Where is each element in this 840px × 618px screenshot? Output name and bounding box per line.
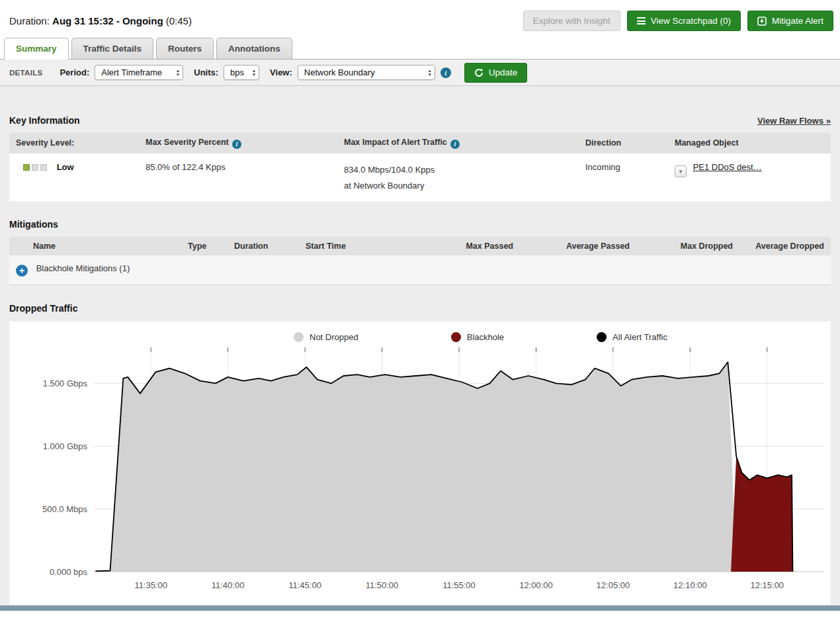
key-information-header: Key Information View Raw Flows » bbox=[9, 86, 831, 126]
svg-text:1.500 Gbps: 1.500 Gbps bbox=[43, 378, 88, 388]
mitigations-table: Name Type Duration Start Time Max Passed… bbox=[9, 237, 831, 285]
max-impact-info-icon[interactable]: i bbox=[450, 140, 460, 149]
period-select-value: Alert Timeframe bbox=[101, 67, 162, 77]
max-impact-scope: at Network Boundary bbox=[344, 178, 572, 194]
legend-label: Blackhole bbox=[467, 332, 504, 342]
details-label: DETAILS bbox=[9, 69, 42, 77]
managed-object-dropdown-icon[interactable]: ▼ bbox=[675, 165, 687, 177]
view-scratchpad-button[interactable]: View Scratchpad (0) bbox=[627, 11, 741, 31]
max-severity-info-icon[interactable]: i bbox=[232, 140, 241, 149]
max-impact-cell: 834.0 Mbps/104.0 Kpps at Network Boundar… bbox=[337, 154, 579, 201]
max-severity-cell: 85.0% of 122.4 Kpps bbox=[139, 154, 337, 201]
legend-item-not-dropped: Not Dropped bbox=[294, 332, 358, 342]
alert-duration: Duration: Aug 31 15:32 - Ongoing (0:45) bbox=[9, 15, 192, 26]
details-toolbar: DETAILS Period: Alert Timeframe ▲▼ Units… bbox=[0, 60, 840, 86]
units-select-value: bps bbox=[230, 67, 244, 77]
tab-bar: Summary Traffic Details Routers Annotati… bbox=[0, 38, 840, 60]
svg-text:11:55:00: 11:55:00 bbox=[442, 580, 476, 590]
col-name: Name bbox=[9, 237, 181, 255]
svg-text:12:00:00: 12:00:00 bbox=[519, 580, 553, 590]
col-duration: Duration bbox=[228, 237, 299, 255]
view-label: View: bbox=[270, 67, 292, 77]
view-raw-flows-link[interactable]: View Raw Flows » bbox=[757, 116, 831, 126]
mitigations-header: Mitigations bbox=[9, 201, 831, 230]
svg-text:12:05:00: 12:05:00 bbox=[597, 580, 630, 590]
svg-text:1.000 Gbps: 1.000 Gbps bbox=[43, 441, 88, 451]
key-information-title: Key Information bbox=[9, 115, 80, 126]
col-start-time: Start Time bbox=[299, 237, 413, 255]
bottom-strip bbox=[0, 605, 840, 611]
select-stepper-icon: ▲▼ bbox=[252, 69, 256, 76]
period-label: Period: bbox=[60, 67, 89, 77]
mitigations-header-row: Name Type Duration Start Time Max Passed… bbox=[9, 237, 831, 255]
view-select-value: Network Boundary bbox=[304, 67, 375, 77]
top-action-buttons: Explore with Insight View Scratchpad (0)… bbox=[523, 11, 833, 31]
col-average-dropped: Average Dropped bbox=[739, 237, 831, 255]
dropped-traffic-chart: Not Dropped Blackhole All Alert Traffic … bbox=[9, 322, 831, 605]
legend-label: Not Dropped bbox=[310, 332, 358, 342]
severity-label: Low bbox=[57, 162, 74, 172]
mitigations-title: Mitigations bbox=[9, 219, 58, 230]
svg-text:11:45:00: 11:45:00 bbox=[288, 580, 321, 590]
col-direction: Direction bbox=[579, 133, 668, 154]
svg-text:0.000 bps: 0.000 bps bbox=[50, 566, 88, 576]
legend-swatch-1 bbox=[451, 332, 461, 342]
view-scratchpad-label: View Scratchpad (0) bbox=[651, 16, 731, 26]
col-max-severity-percent: Max Severity Percenti bbox=[139, 133, 337, 154]
select-stepper-icon: ▲▼ bbox=[176, 69, 180, 76]
direction-cell: Incoming bbox=[579, 154, 668, 201]
severity-indicator-on bbox=[23, 164, 30, 171]
col-severity-level: Severity Level: bbox=[9, 133, 139, 154]
period-select[interactable]: Alert Timeframe ▲▼ bbox=[95, 65, 183, 80]
mitigate-icon bbox=[757, 17, 767, 26]
col-type: Type bbox=[181, 237, 228, 255]
view-select[interactable]: Network Boundary ▲▼ bbox=[298, 65, 435, 80]
dropped-traffic-header: Dropped Traffic bbox=[9, 285, 831, 314]
col-max-impact: Max Impact of Alert Traffici bbox=[337, 133, 579, 154]
tab-annotations[interactable]: Annotations bbox=[216, 38, 292, 59]
key-information-row: Low 85.0% of 122.4 Kpps 834.0 Mbps/104.0… bbox=[9, 154, 831, 201]
units-select[interactable]: bps ▲▼ bbox=[224, 65, 259, 80]
update-button[interactable]: Update bbox=[464, 63, 528, 83]
tab-routers[interactable]: Routers bbox=[156, 38, 214, 59]
tab-summary[interactable]: Summary bbox=[4, 38, 69, 60]
blackhole-mitigations-label: Blackhole Mitigations (1) bbox=[36, 263, 130, 273]
key-information-table: Severity Level: Max Severity Percenti Ma… bbox=[9, 133, 831, 201]
tab-traffic-details[interactable]: Traffic Details bbox=[71, 38, 154, 59]
severity-indicator-off bbox=[40, 164, 47, 171]
managed-object-cell: ▼ PE1 DDoS dest… bbox=[668, 154, 831, 201]
mitigate-alert-button[interactable]: Mitigate Alert bbox=[747, 11, 833, 31]
legend-swatch-0 bbox=[294, 332, 304, 342]
legend-swatch-2 bbox=[597, 332, 607, 342]
legend-item-blackhole: Blackhole bbox=[451, 332, 504, 342]
duration-label: Duration: bbox=[9, 15, 50, 26]
svg-text:11:50:00: 11:50:00 bbox=[366, 580, 399, 590]
units-label: Units: bbox=[194, 67, 218, 77]
severity-indicator-off bbox=[32, 164, 38, 171]
svg-text:12:15:00: 12:15:00 bbox=[750, 580, 784, 590]
dropped-traffic-title: Dropped Traffic bbox=[9, 303, 77, 314]
blackhole-mitigations-group-row[interactable]: + Blackhole Mitigations (1) bbox=[9, 255, 831, 285]
severity-cell: Low bbox=[9, 154, 139, 201]
legend-label: All Alert Traffic bbox=[612, 332, 667, 342]
key-information-header-row: Severity Level: Max Severity Percenti Ma… bbox=[9, 133, 831, 154]
select-stepper-icon: ▲▼ bbox=[427, 69, 431, 76]
expand-plus-icon[interactable]: + bbox=[16, 265, 28, 277]
traffic-chart-svg: 0.000 bps500.0 Mbps1.000 Gbps1.500 Gbps1… bbox=[9, 347, 831, 597]
alert-summary-page: Duration: Aug 31 15:32 - Ongoing (0:45) … bbox=[0, 0, 840, 611]
chart-legend: Not Dropped Blackhole All Alert Traffic bbox=[294, 328, 831, 347]
col-managed-object: Managed Object bbox=[668, 133, 831, 154]
mitigate-alert-label: Mitigate Alert bbox=[772, 16, 823, 26]
managed-object-link[interactable]: PE1 DDoS dest… bbox=[693, 162, 762, 172]
scratchpad-list-icon bbox=[637, 17, 646, 24]
view-info-icon[interactable]: i bbox=[441, 67, 451, 78]
update-label: Update bbox=[489, 67, 518, 77]
explore-with-insight-button[interactable]: Explore with Insight bbox=[523, 11, 620, 31]
col-max-dropped: Max Dropped bbox=[636, 237, 739, 255]
svg-text:11:35:00: 11:35:00 bbox=[134, 580, 167, 590]
legend-item-all-alert-traffic: All Alert Traffic bbox=[597, 332, 667, 342]
top-bar: Duration: Aug 31 15:32 - Ongoing (0:45) … bbox=[0, 0, 840, 38]
max-impact-value: 834.0 Mbps/104.0 Kpps bbox=[344, 162, 572, 178]
svg-text:500.0 Mbps: 500.0 Mbps bbox=[42, 504, 87, 513]
col-max-passed: Max Passed bbox=[413, 237, 520, 255]
